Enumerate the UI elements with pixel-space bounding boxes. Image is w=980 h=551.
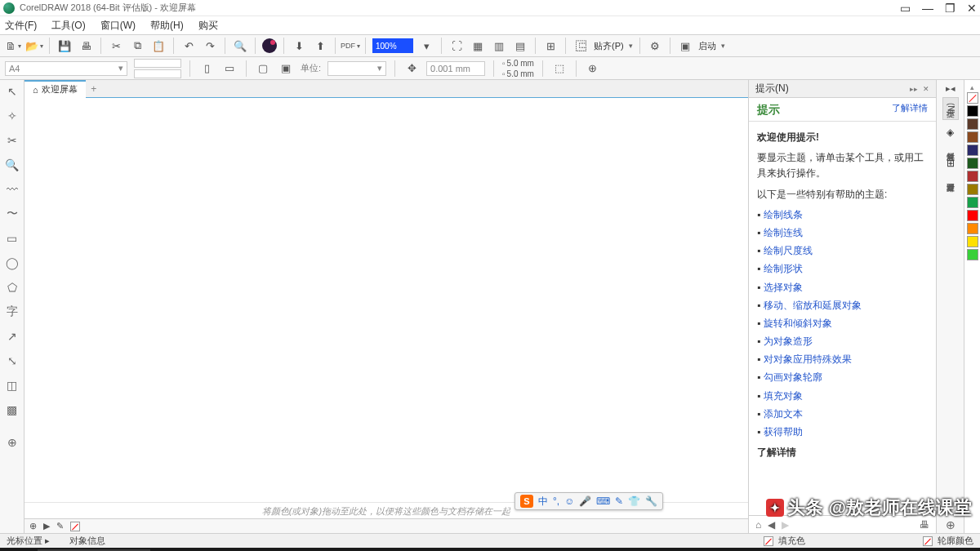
menu-tools[interactable]: 工具(O) [51,19,85,33]
paste-button[interactable]: 📋 [150,38,167,54]
cut-button[interactable]: ✂ [108,38,124,54]
add-button[interactable]: ⊕ [585,60,601,77]
topic-link[interactable]: 绘制线条 [757,207,928,223]
effects-tool[interactable]: ◫ [4,377,20,393]
fill-info[interactable]: 填充色 [764,535,805,547]
topic-link[interactable]: 勾画对象轮廓 [757,370,928,385]
duplicate-offset[interactable]: ▫ 5.0 mm ▫ 5.0 mm [502,58,534,79]
swatch[interactable] [967,171,978,182]
topic-link[interactable]: 旋转和倾斜对象 [757,316,928,331]
zoom-tool[interactable]: 🔍 [4,157,20,173]
snap-grid-button[interactable]: ⊞ [542,38,559,54]
menu-help[interactable]: 帮助(H) [150,19,184,33]
swatch[interactable] [967,210,978,221]
dimension-tool[interactable]: ↗ [4,328,20,344]
sogou-icon[interactable]: S [520,495,533,508]
ruler-button[interactable]: ▥ [491,38,507,54]
close-icon[interactable]: ✕ [967,2,977,15]
zoom-drop-icon[interactable]: ▾ [418,38,434,54]
ime-keyboard-icon[interactable]: ⌨ [596,495,610,507]
topic-link[interactable]: 添加文本 [757,407,928,422]
ime-toolbar[interactable]: S 中 °, ☺ 🎤 ⌨ ✎ 👕 🔧 [514,492,663,510]
swatch[interactable] [967,118,978,130]
ime-emoji-icon[interactable]: ☺ [564,495,574,507]
topic-link[interactable]: 绘制形状 [757,261,928,277]
ruler-toggle-icon[interactable]: ▭ [900,2,911,15]
zoom-combo[interactable]: 100% [372,38,413,53]
ellipse-tool[interactable]: ◯ [4,255,20,271]
topic-link[interactable]: 获得帮助 [757,424,928,440]
import-button[interactable]: ⬇ [291,38,307,54]
page-button-1[interactable]: ▢ [255,60,271,77]
nav-play-icon[interactable]: ▶ [43,521,50,531]
guides-button[interactable]: ▤ [512,38,528,54]
topic-link[interactable]: 填充对象 [757,389,928,404]
shape-tool[interactable]: ✧ [4,108,20,124]
swatch[interactable] [967,158,978,169]
nudge-input[interactable]: 0.001 mm [426,61,485,76]
search-button[interactable]: 🔍 [232,38,248,54]
palette-up-icon[interactable]: ▴ [970,83,974,91]
menu-file[interactable]: 文件(F) [5,19,37,33]
topic-link[interactable]: 移动、缩放和延展对象 [757,298,928,313]
fullscreen-button[interactable]: ⛶ [448,38,465,54]
copy-button[interactable]: ⧉ [129,38,145,54]
swatch[interactable] [967,105,978,117]
open-button[interactable]: 📂 [26,38,42,54]
topic-link[interactable]: 对对象应用特殊效果 [757,352,928,367]
hints-details-link[interactable]: 了解详情 [892,103,928,118]
ime-pen-icon[interactable]: ✎ [615,495,623,507]
artistic-tool[interactable]: 〜 [4,206,20,222]
save-button[interactable]: 💾 [56,38,73,54]
page-dims[interactable] [134,58,181,79]
addon-button[interactable] [262,38,277,53]
hints-fwd-icon[interactable]: ▶ [782,519,789,531]
topic-link[interactable]: 绘制尺度线 [757,243,928,259]
swatch[interactable] [967,197,978,208]
rtab-hints[interactable]: 提示(N) [942,97,959,120]
rectangle-tool[interactable]: ▭ [4,230,20,247]
topic-link[interactable]: 为对象造形 [757,334,928,349]
outline-info[interactable]: 轮廓颜色 [923,535,973,547]
menu-buy[interactable]: 购买 [198,19,218,33]
menu-window[interactable]: 窗口(W) [100,19,136,33]
redo-button[interactable]: ↷ [202,38,218,54]
ime-voice-icon[interactable]: 🎤 [579,495,591,507]
maximize-icon[interactable]: ❐ [945,2,956,15]
new-doc-button[interactable]: 🗎 [5,38,21,54]
nav-expand-icon[interactable]: ⊕ [29,521,37,531]
connector-tool[interactable]: ⤡ [4,353,20,369]
rtab-mgr-icon[interactable]: ⊞ [947,158,955,169]
tab-welcome[interactable]: ⌂ 欢迎屏幕 [24,80,86,98]
page-size-combo[interactable]: A4▾ [5,61,127,76]
rtab-manager[interactable]: 对象管理器 [943,172,958,182]
docker-close-icon[interactable]: ✕ [923,85,929,93]
swatch[interactable] [967,184,978,195]
hints-print-icon[interactable]: 🖶 [920,519,929,531]
rtab-prop-icon[interactable]: ◈ [947,127,954,138]
swatch[interactable] [967,131,978,143]
nav-none-icon[interactable] [70,522,80,531]
swatch[interactable] [967,144,978,156]
export-button[interactable]: ⬆ [312,38,328,54]
hints-back-icon[interactable]: ◀ [768,519,775,531]
options-button[interactable]: ⚙ [647,38,663,54]
text-tool[interactable]: 字 [4,304,20,320]
docker-menu-icon[interactable]: ▸▸ [910,85,918,93]
portrait-button[interactable]: ▯ [198,60,215,77]
ime-skin-icon[interactable]: 👕 [628,495,640,507]
pick-tool[interactable]: ↖ [4,83,20,100]
eyedropper-tool[interactable]: ⊕ [4,434,20,451]
hints-home-icon[interactable]: ⌂ [755,519,761,531]
hints-header[interactable]: 提示(N) ▸▸✕ [749,80,936,98]
page-button-2[interactable]: ▣ [278,60,294,77]
snap-label[interactable]: 贴齐(P) [594,40,624,52]
landscape-button[interactable]: ▭ [221,60,238,77]
ime-punct-icon[interactable]: °, [553,495,559,507]
start-button[interactable] [0,548,36,551]
canvas[interactable]: 将颜色(或对象)拖动至此处，以便将这些颜色与文档存储在一起 [24,98,748,518]
transparency-tool[interactable]: ▩ [4,402,20,418]
crop-tool[interactable]: ✂ [4,132,20,149]
swatch[interactable] [967,223,978,234]
align-button[interactable]: ⿷ [572,38,589,54]
